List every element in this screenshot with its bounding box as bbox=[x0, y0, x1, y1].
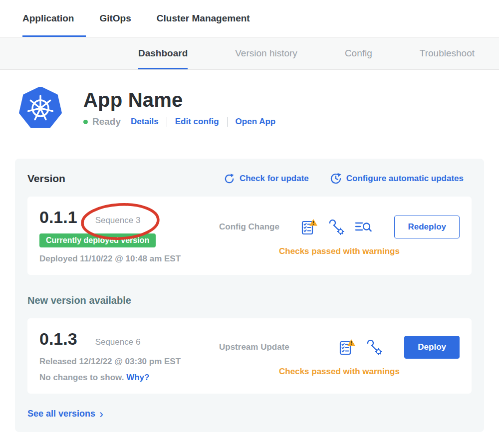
schedule-update-icon bbox=[330, 173, 342, 185]
subtab-version-history[interactable]: Version history bbox=[235, 37, 297, 69]
available-source-label: Upstream Update bbox=[219, 342, 289, 352]
version-section-title: Version bbox=[27, 173, 65, 185]
available-checks-warning-text: Checks passed with warnings bbox=[219, 367, 460, 377]
configure-automatic-updates-label: Configure automatic updates bbox=[346, 174, 464, 184]
current-version-card: 0.1.1 Sequence 3 Currently deployed vers… bbox=[27, 197, 472, 275]
top-nav: Application GitOps Cluster Management bbox=[0, 0, 499, 37]
released-timestamp: Released 12/12/22 @ 03:30 pm EST bbox=[39, 357, 219, 367]
details-link[interactable]: Details bbox=[131, 117, 159, 127]
tab-gitops[interactable]: GitOps bbox=[99, 0, 131, 37]
divider bbox=[167, 117, 167, 127]
available-version-card: 0.1.3 Sequence 6 Released 12/12/22 @ 03:… bbox=[27, 318, 472, 394]
kubernetes-logo-icon bbox=[19, 87, 62, 133]
tab-cluster-management[interactable]: Cluster Management bbox=[157, 0, 250, 37]
app-header: App Name Ready Details Edit config Open … bbox=[0, 70, 499, 133]
version-section: Version Check for update bbox=[15, 159, 484, 432]
available-version-number: 0.1.3 bbox=[39, 329, 77, 349]
edit-config-link[interactable]: Edit config bbox=[175, 117, 219, 127]
refresh-icon bbox=[224, 173, 235, 185]
config-wrench-icon[interactable] bbox=[328, 219, 344, 235]
deploy-button[interactable]: Deploy bbox=[404, 336, 460, 359]
preflight-checks-icon[interactable] bbox=[339, 339, 356, 355]
configure-automatic-updates-button[interactable]: Configure automatic updates bbox=[330, 173, 464, 185]
status-label: Ready bbox=[92, 116, 121, 127]
available-sequence-label: Sequence 6 bbox=[95, 337, 141, 347]
divider bbox=[227, 117, 228, 127]
deployed-timestamp: Deployed 11/10/22 @ 10:48 am EST bbox=[39, 254, 219, 264]
subtab-troubleshoot[interactable]: Troubleshoot bbox=[420, 37, 475, 69]
page-title: App Name bbox=[83, 89, 275, 111]
new-version-available-heading: New version available bbox=[27, 295, 472, 306]
preflight-checks-icon[interactable] bbox=[301, 219, 318, 235]
currently-deployed-badge: Currently deployed version bbox=[39, 233, 156, 247]
check-for-update-label: Check for update bbox=[240, 174, 309, 184]
tab-application[interactable]: Application bbox=[22, 0, 74, 37]
current-source-label: Config Change bbox=[219, 222, 279, 232]
check-for-update-button[interactable]: Check for update bbox=[224, 173, 309, 185]
why-link[interactable]: Why? bbox=[126, 373, 149, 382]
subtab-dashboard[interactable]: Dashboard bbox=[138, 37, 188, 69]
redeploy-button[interactable]: Redeploy bbox=[394, 216, 460, 238]
ready-status-dot bbox=[83, 120, 88, 124]
current-version-number: 0.1.1 bbox=[39, 208, 77, 227]
open-app-link[interactable]: Open App bbox=[236, 117, 276, 127]
current-sequence-label: Sequence 3 bbox=[95, 216, 141, 225]
config-wrench-icon[interactable] bbox=[366, 339, 382, 355]
see-all-versions-label: See all versions bbox=[27, 409, 95, 419]
sub-nav: Dashboard Version history Config Trouble… bbox=[0, 37, 499, 70]
no-changes-text: No changes to show. bbox=[39, 373, 124, 382]
subtab-config[interactable]: Config bbox=[345, 37, 372, 69]
file-diff-search-icon[interactable] bbox=[354, 220, 372, 234]
current-checks-warning-text: Checks passed with warnings bbox=[219, 246, 460, 256]
chevron-right-icon: › bbox=[99, 410, 103, 419]
see-all-versions-link[interactable]: See all versions › bbox=[27, 409, 103, 419]
